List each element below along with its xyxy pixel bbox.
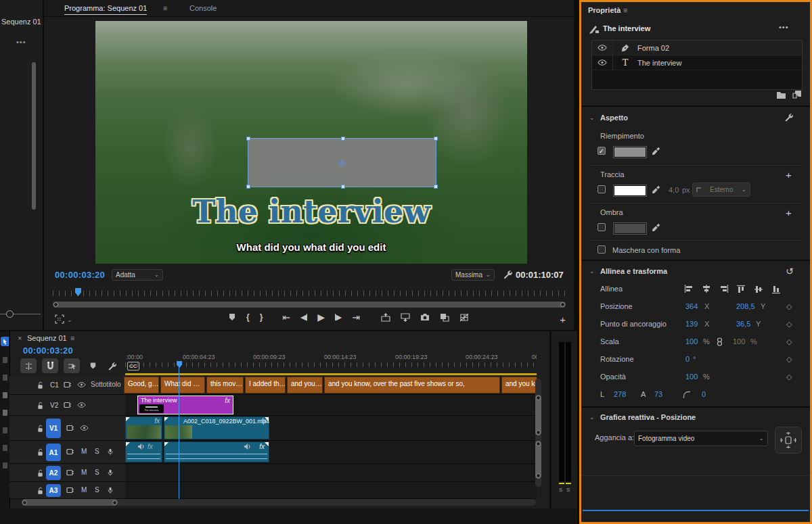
quality-select[interactable]: Massima⌄ [451,269,495,281]
scrollbar-end[interactable] [536,396,541,400]
lift-icon[interactable] [381,313,390,322]
add-marker-icon[interactable] [89,362,97,370]
scrollbar-end[interactable] [536,442,541,446]
add-marker-icon[interactable] [228,313,236,321]
program-timecode[interactable]: 00:00:03:20 [55,270,105,280]
chevron-down-icon[interactable]: ⌄ [67,317,72,323]
caption-clip[interactable]: this mov… [206,377,244,394]
height-value[interactable]: 73 [654,390,662,398]
position-x-value[interactable]: 364 [685,302,698,310]
step-back-icon[interactable]: ◀ [300,313,307,321]
mic-icon[interactable] [107,485,114,495]
solo-right-button[interactable]: S [566,487,570,493]
track-badge[interactable]: V2 [50,402,58,409]
more-options-icon[interactable]: ••• [779,23,789,31]
shadow-checkbox[interactable] [597,223,606,231]
corner-radius-value[interactable]: 0 [702,390,706,398]
visibility-eye-icon[interactable] [77,402,86,408]
audio-clip[interactable]: fx [164,442,269,462]
mark-in-icon[interactable]: { [246,313,250,321]
track-source-icon[interactable] [66,448,74,455]
shadow-color-swatch[interactable] [614,223,646,234]
timeline-v-scrollbar-handle[interactable] [535,441,541,479]
monitor-settings-wrench-icon[interactable] [503,270,512,279]
track-select-tool-button[interactable] [3,357,7,363]
stroke-color-swatch[interactable] [614,185,646,196]
width-value[interactable]: 278 [614,390,626,398]
chevron-down-icon[interactable]: ⌄ [589,414,595,421]
stroke-width-value[interactable]: 4,0 [669,186,679,194]
chevron-down-icon[interactable]: ⌄ [589,115,595,121]
timeline-v-scrollbar-track[interactable] [535,379,541,487]
selection-tool-button[interactable] [1,337,9,346]
panel-menu-icon[interactable]: ≡ [70,334,74,342]
snap-magnet-toggle[interactable] [42,358,58,373]
visibility-eye-icon[interactable] [77,382,86,387]
track-badge-target[interactable]: A2 [46,466,61,480]
shape-handle[interactable] [246,185,250,189]
section-title[interactable]: Allinea e trasforma [600,267,667,275]
chevron-down-icon[interactable]: ⌄ [589,268,595,275]
opacity-value[interactable]: 100 [685,373,698,381]
timeline-h-scrollbar-track[interactable] [22,499,536,506]
timeline-timecode[interactable]: 00:00:03:20 [23,346,73,356]
section-title[interactable]: Aspetto [600,114,628,122]
fill-color-swatch[interactable] [614,147,646,158]
scrollbar-end[interactable] [536,473,541,478]
link-scale-icon[interactable] [717,337,723,346]
lock-icon[interactable] [37,469,44,477]
pen-tool-button[interactable] [3,427,7,433]
selected-shape-rect[interactable]: ⊕ [248,138,436,187]
track-source-icon[interactable] [64,402,72,408]
add-shadow-button[interactable]: + [786,207,792,218]
scale-y-value[interactable]: 100 [733,337,745,346]
visibility-eye-icon[interactable] [592,55,613,70]
keyframe-toggle-icon[interactable]: ◇ [786,320,792,329]
a3-track-content[interactable] [125,482,537,499]
section-title[interactable]: Grafica reattiva - Posizione [600,413,696,421]
track-badge-target[interactable]: A3 [46,484,61,497]
mute-button[interactable]: M [81,486,87,494]
mic-icon[interactable] [107,447,114,456]
anchor-point-icon[interactable]: ⊕ [338,157,346,168]
source-panel-tab[interactable]: Sequenz 01 [1,18,41,26]
new-folder-icon[interactable] [776,91,786,99]
tab-console[interactable]: Console [189,4,217,12]
track-source-icon[interactable] [64,381,72,388]
go-to-out-icon[interactable]: ⇥ [352,312,360,322]
caption-clip[interactable]: and you… [287,377,323,394]
shape-handle[interactable] [434,185,438,189]
comparison-view-icon[interactable] [440,313,449,322]
track-source-icon[interactable] [66,487,74,494]
track-badge-target[interactable]: V1 [46,419,61,438]
rotation-value[interactable]: 0 [685,355,690,363]
panel-menu-icon[interactable]: ≡ [623,6,627,14]
caption-clip[interactable]: What did … [160,377,205,394]
shape-handle[interactable] [341,185,345,189]
keyframe-toggle-icon[interactable]: ◇ [786,302,792,311]
mic-icon[interactable] [107,468,114,477]
fit-select[interactable]: Adatta⌄ [112,269,163,281]
timeline-h-scrollbar-handle[interactable] [22,499,118,506]
go-to-in-icon[interactable]: ⇤ [282,312,290,322]
caption-clip[interactable]: Good, g… [124,377,159,394]
video-clip-segment[interactable]: fx [125,416,162,439]
mask-checkbox[interactable] [597,245,606,254]
track-badge[interactable]: C1 [50,381,59,389]
panel-menu-icon[interactable]: ≡ [163,4,167,12]
anchor-x-value[interactable]: 139 [685,320,698,328]
lock-icon[interactable] [37,402,44,410]
solo-button[interactable]: S [95,486,99,494]
eyedropper-icon[interactable] [652,185,660,194]
export-frame-icon[interactable] [420,313,430,321]
video-clip[interactable]: A002_C018_0922BW_001.mp4 fx [164,416,269,439]
solo-button[interactable]: S [95,448,99,455]
razor-tool-button[interactable] [3,392,7,398]
source-panel-scrollbar[interactable] [32,62,36,210]
scrollbar-end[interactable] [53,302,58,307]
solo-button[interactable]: S [95,469,99,476]
multicam-icon[interactable] [459,313,469,322]
snap-frame-icon[interactable] [775,427,802,454]
program-mini-ruler[interactable] [53,291,566,296]
subtitle-overlay-text[interactable]: What did you what did you edit [95,241,527,253]
